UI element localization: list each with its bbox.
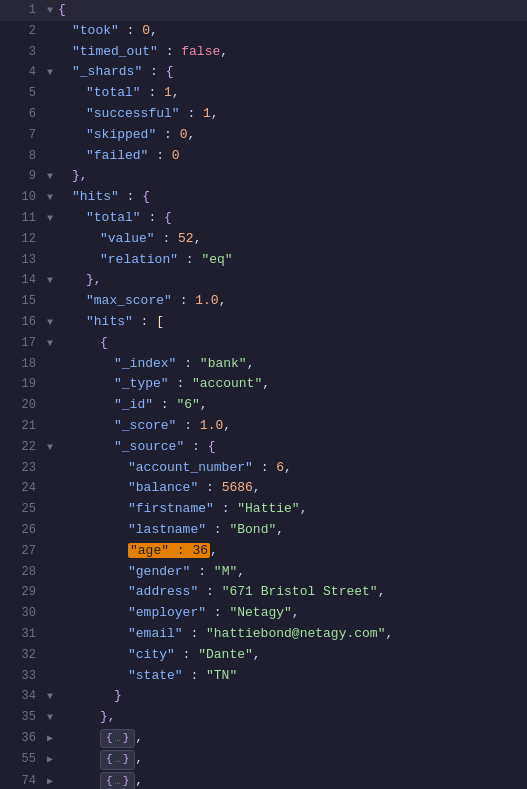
fold-arrow[interactable]: [44, 710, 56, 726]
code-line: 2"took" : 0,: [0, 21, 527, 42]
collapsed-object[interactable]: …: [100, 750, 135, 770]
code-line: 55…,: [0, 749, 527, 771]
line-number: 26: [4, 521, 36, 540]
collapsed-object[interactable]: …: [100, 729, 135, 749]
json-number: 1.0: [195, 293, 218, 308]
fold-arrow[interactable]: [44, 190, 56, 206]
json-punctuation: :: [169, 376, 192, 391]
code-line: 74…,: [0, 771, 527, 789]
code-line: 13"relation" : "eq": [0, 250, 527, 271]
json-number: 1: [164, 85, 172, 100]
code-content: },: [58, 270, 523, 291]
collapsed-object[interactable]: …: [100, 772, 135, 789]
json-key: "email": [128, 626, 183, 641]
json-punctuation: ,: [253, 480, 261, 495]
json-punctuation: :: [119, 189, 142, 204]
line-number: 7: [4, 126, 36, 145]
json-punctuation: :: [158, 44, 181, 59]
highlighted-age-field: "age" : 36: [128, 543, 210, 558]
code-content: {: [58, 0, 523, 21]
json-string: "TN": [206, 668, 237, 683]
json-key: "_score": [114, 418, 176, 433]
json-punctuation: ,: [210, 543, 218, 558]
json-key: "_shards": [72, 64, 142, 79]
line-number: 8: [4, 147, 36, 166]
json-punctuation: :: [142, 64, 165, 79]
json-punctuation: ,: [262, 376, 270, 391]
fold-arrow[interactable]: [44, 440, 56, 456]
fold-arrow[interactable]: [44, 273, 56, 289]
line-number: 20: [4, 396, 36, 415]
code-content: "total" : 1,: [58, 83, 523, 104]
code-line: 17{: [0, 333, 527, 354]
line-number: 18: [4, 355, 36, 374]
code-content: "_score" : 1.0,: [58, 416, 523, 437]
json-key: "employer": [128, 605, 206, 620]
code-content: "balance" : 5686,: [58, 478, 523, 499]
json-punctuation: ,: [200, 397, 208, 412]
code-line: 10"hits" : {: [0, 187, 527, 208]
code-line: 31"email" : "hattiebond@netagy.com",: [0, 624, 527, 645]
fold-arrow[interactable]: [44, 752, 56, 768]
json-punctuation: :: [155, 231, 178, 246]
code-content: "firstname" : "Hattie",: [58, 499, 523, 520]
json-punctuation: :: [214, 501, 237, 516]
json-punctuation: ,: [219, 293, 227, 308]
fold-arrow[interactable]: [44, 731, 56, 747]
line-number: 9: [4, 167, 36, 186]
code-line: 29"address" : "671 Bristol Street",: [0, 582, 527, 603]
json-number: 52: [178, 231, 194, 246]
code-content: }: [58, 686, 523, 707]
json-punctuation: :: [184, 439, 207, 454]
code-line: 11"total" : {: [0, 208, 527, 229]
collapsed-indicator: …: [115, 731, 121, 747]
json-key: "city": [128, 647, 175, 662]
fold-arrow[interactable]: [44, 315, 56, 331]
line-number: 3: [4, 43, 36, 62]
json-boolean: false: [181, 44, 220, 59]
json-punctuation: ,: [378, 584, 386, 599]
json-brace: {: [100, 335, 108, 350]
code-content: "_index" : "bank",: [58, 354, 523, 375]
json-key: "firstname": [128, 501, 214, 516]
code-line: 9},: [0, 166, 527, 187]
json-punctuation: :: [198, 584, 221, 599]
json-punctuation: ,: [237, 564, 245, 579]
line-number: 13: [4, 251, 36, 270]
fold-arrow[interactable]: [44, 169, 56, 185]
json-punctuation: :: [206, 522, 229, 537]
fold-arrow[interactable]: [44, 65, 56, 81]
json-bracket: [: [156, 314, 164, 329]
json-punctuation: ,: [150, 23, 158, 38]
line-number: 19: [4, 375, 36, 394]
code-content: "timed_out" : false,: [58, 42, 523, 63]
json-key: "value": [100, 231, 155, 246]
json-brace: },: [72, 168, 88, 183]
json-punctuation: ,: [292, 605, 300, 620]
json-string: "eq": [201, 252, 232, 267]
fold-arrow[interactable]: [44, 336, 56, 352]
json-punctuation: :: [178, 252, 201, 267]
code-content: "lastname" : "Bond",: [58, 520, 523, 541]
collapsed-indicator: …: [115, 752, 121, 768]
json-punctuation: :: [141, 210, 164, 225]
fold-arrow[interactable]: [44, 689, 56, 705]
line-number: 23: [4, 459, 36, 478]
code-line: 35},: [0, 707, 527, 728]
line-number: 22: [4, 438, 36, 457]
fold-arrow[interactable]: [44, 3, 56, 19]
json-key: "hits": [72, 189, 119, 204]
code-line: 1{: [0, 0, 527, 21]
json-key: "skipped": [86, 127, 156, 142]
json-key: "gender": [128, 564, 190, 579]
fold-arrow[interactable]: [44, 211, 56, 227]
fold-arrow[interactable]: [44, 774, 56, 789]
line-number: 10: [4, 188, 36, 207]
code-line: 19"_type" : "account",: [0, 374, 527, 395]
json-string: "M": [214, 564, 237, 579]
json-brace: {: [208, 439, 216, 454]
json-punctuation: :: [148, 148, 171, 163]
json-string: "Bond": [229, 522, 276, 537]
code-line: 26"lastname" : "Bond",: [0, 520, 527, 541]
json-brace: {: [142, 189, 150, 204]
